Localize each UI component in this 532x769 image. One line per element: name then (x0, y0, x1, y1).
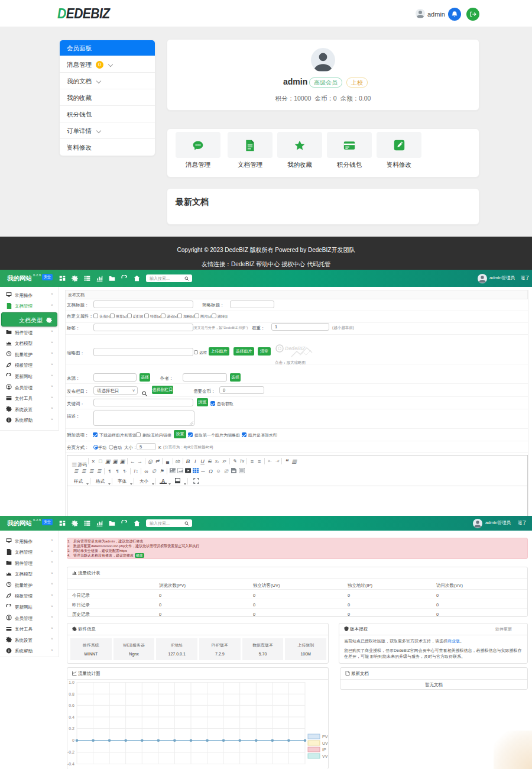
svg-text:DedeBIZ: DedeBIZ (285, 345, 306, 351)
